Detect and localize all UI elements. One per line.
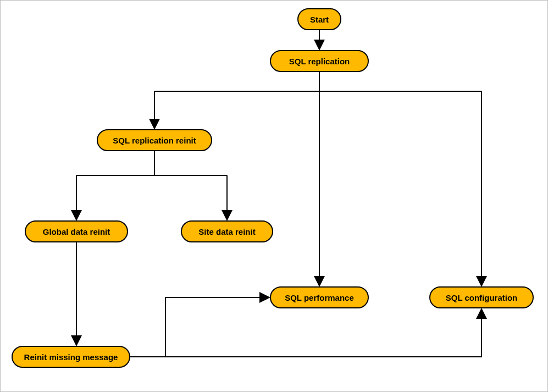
edge-reinit-missing-to-sql-configuration xyxy=(130,309,481,357)
node-reinit-missing-message: Reinit missing message xyxy=(12,346,130,368)
node-label: Reinit missing message xyxy=(24,352,118,362)
node-label: SQL replication xyxy=(289,57,350,66)
flowchart-canvas: Start SQL replication SQL replication re… xyxy=(0,0,548,392)
node-global-data-reinit: Global data reinit xyxy=(25,220,128,242)
node-start: Start xyxy=(297,8,341,30)
node-label: Site data reinit xyxy=(198,227,255,236)
node-sql-replication: SQL replication xyxy=(270,50,369,72)
node-label: SQL performance xyxy=(285,293,354,302)
edge-reinit-missing-to-sql-performance xyxy=(165,297,269,357)
node-label: SQL configuration xyxy=(446,293,518,302)
node-sql-configuration: SQL configuration xyxy=(429,286,534,308)
node-sql-performance: SQL performance xyxy=(270,286,369,308)
node-site-data-reinit: Site data reinit xyxy=(181,220,273,242)
node-sql-replication-reinit: SQL replication reinit xyxy=(97,129,212,151)
node-label: SQL replication reinit xyxy=(113,136,196,145)
node-label: Global data reinit xyxy=(43,227,110,236)
node-label: Start xyxy=(310,15,329,24)
